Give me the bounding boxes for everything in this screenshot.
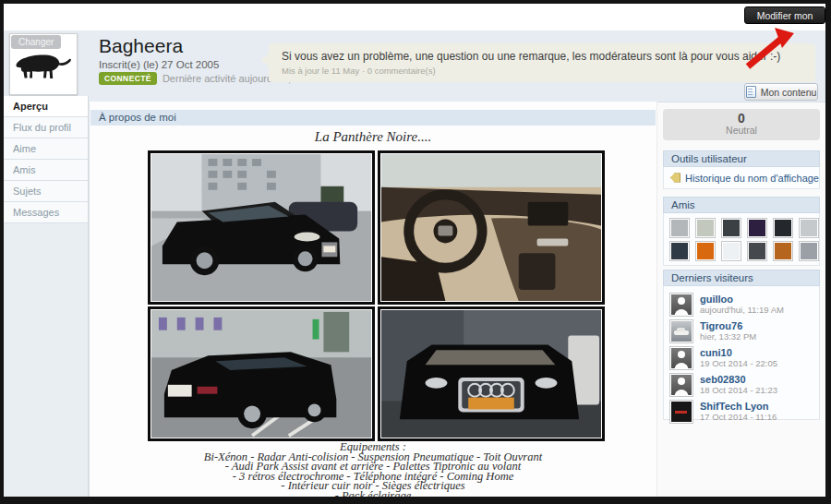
visitor-name-link[interactable]: Tigrou76: [700, 320, 756, 331]
equipment-list: Equipements : Bi-Xénon - Radar Anti-coli…: [89, 442, 657, 501]
sidebar-nav-label: Amis: [13, 164, 35, 175]
my-content-label: Mon contenu: [761, 87, 817, 98]
friend-avatar-image: [775, 243, 791, 259]
friend-avatar[interactable]: [721, 218, 741, 238]
visitor-visit-date: 18 Oct 2014 - 21:23: [700, 385, 777, 395]
friend-avatar[interactable]: [799, 241, 819, 261]
reputation-label: Neutral: [663, 125, 820, 136]
screenshot-border-right: [825, 0, 831, 504]
visitor-avatar[interactable]: [669, 346, 693, 370]
screenshot-border-bottom: [0, 497, 831, 504]
visitor-avatar[interactable]: [669, 373, 693, 397]
friend-avatar[interactable]: [747, 241, 767, 261]
visitor-avatar[interactable]: [669, 319, 693, 343]
audi-front-grille-image: [381, 310, 601, 438]
friend-avatar-image: [775, 220, 791, 236]
audi-front-quarter-image: [151, 154, 371, 301]
recent-visitors-body: guilloo aujourd'hui, 11:19 AM Tigrou76 h…: [663, 286, 820, 420]
online-status-badge: CONNECTÉ: [99, 72, 157, 85]
visitor-visit-date: aujourd'hui, 11:19 AM: [700, 305, 784, 315]
visitor-avatar[interactable]: [669, 400, 693, 424]
friend-avatar-image: [723, 243, 740, 259]
friends-header: Amis: [663, 197, 820, 213]
display-name-history-link[interactable]: Historique du nom d'affichage: [685, 173, 819, 184]
visitor-visit-date: 19 Oct 2014 - 22:05: [700, 358, 777, 368]
tool-link-row[interactable]: Historique du nom d'affichage: [664, 173, 819, 184]
user-tools-body: Historique du nom d'affichage: [663, 167, 820, 189]
friends-body: [663, 213, 820, 266]
visitor-info: guilloo aujourd'hui, 11:19 AM: [700, 294, 784, 315]
notice-message: Si vous avez un problème, une question o…: [282, 50, 804, 63]
recent-visitors-header: Derniers visiteurs: [663, 270, 820, 286]
audi-interior-dashboard-photo[interactable]: [378, 150, 605, 305]
reputation-box: 0 Neutral: [663, 109, 820, 140]
name-history-icon: [670, 173, 680, 183]
sidebar-nav-item[interactable]: Sujets: [4, 181, 89, 202]
sidebar-nav-label: Messages: [13, 207, 59, 218]
username-heading: Bagheera: [99, 35, 183, 57]
visitor-name-link[interactable]: ShifTech Lyon: [700, 401, 777, 412]
forum-profile-page: Modifier mon profil Changer Bagheera Ins…: [0, 0, 831, 504]
intro-text: La Panthère Noire....: [89, 129, 657, 145]
friend-avatar[interactable]: [799, 218, 819, 238]
friend-avatar[interactable]: [669, 241, 690, 261]
friend-avatar-image: [723, 220, 740, 236]
document-icon: [746, 86, 756, 98]
visitor-row: guilloo aujourd'hui, 11:19 AM: [669, 291, 813, 318]
visitor-row: Tigrou76 hier, 13:32 PM: [669, 318, 813, 344]
visitor-name-link[interactable]: guilloo: [700, 294, 784, 305]
sidebar-nav-item[interactable]: Amis: [4, 160, 89, 181]
screenshot-border-top: [0, 0, 831, 4]
sidebar-nav-item[interactable]: Aperçu: [4, 96, 89, 117]
visitor-avatar[interactable]: [669, 293, 693, 317]
friend-avatar[interactable]: [773, 241, 793, 261]
panther-icon: [13, 46, 74, 83]
car-photo-grid: [148, 150, 605, 441]
sidebar-nav-item[interactable]: Messages: [4, 202, 89, 223]
friend-avatar[interactable]: [695, 241, 716, 261]
sidebar-nav-item[interactable]: Flux du profil: [4, 117, 89, 138]
visitor-name-link[interactable]: seb02830: [700, 374, 777, 385]
friend-avatar[interactable]: [721, 241, 741, 261]
audi-front-quarter-photo[interactable]: [148, 150, 375, 305]
friend-avatar[interactable]: [669, 218, 690, 238]
visitor-name-link[interactable]: cuni10: [700, 347, 777, 358]
equipment-lines: Bi-Xénon - Radar Anti-colision - Suspens…: [89, 452, 657, 501]
friend-avatar-image: [801, 243, 817, 259]
sidebar-nav-item[interactable]: Aime: [4, 138, 89, 160]
friends-grid: [664, 213, 819, 261]
sidebar-nav-label: Aperçu: [13, 101, 48, 112]
user-tools-header: Outils utilisateur: [663, 150, 820, 167]
change-avatar-overlay[interactable]: Changer: [11, 35, 61, 49]
visitor-info: seb02830 18 Oct 2014 - 21:23: [700, 374, 777, 395]
visitor-info: ShifTech Lyon 17 Oct 2014 - 11:16: [700, 401, 777, 422]
visitor-row: ShifTech Lyon 17 Oct 2014 - 11:16: [669, 398, 813, 425]
join-date-text: Inscrit(e) (le) 27 Oct 2005: [99, 59, 219, 70]
screenshot-border-left: [0, 0, 4, 504]
visitor-visit-date: 17 Oct 2014 - 11:16: [700, 412, 777, 422]
top-strip: [4, 4, 825, 31]
visitor-row: cuni10 19 Oct 2014 - 22:05: [669, 344, 813, 371]
friend-avatar[interactable]: [747, 218, 767, 238]
edit-profile-button[interactable]: Modifier mon profil: [744, 6, 825, 24]
about-me-header: À propos de moi: [90, 110, 656, 126]
sidebar-nav-label: Sujets: [13, 186, 42, 197]
my-content-button[interactable]: Mon contenu: [744, 83, 818, 101]
friend-avatar[interactable]: [773, 218, 793, 238]
friend-avatar-image: [697, 243, 714, 259]
friend-avatar-image: [671, 243, 688, 259]
notice-meta: Mis à jour le 11 May · 0 commentaire(s): [282, 66, 804, 76]
friend-avatar-image: [749, 220, 765, 236]
audi-rear-quarter-photo[interactable]: [148, 306, 375, 441]
visitor-visit-date: hier, 13:32 PM: [700, 331, 756, 342]
friend-avatar[interactable]: [695, 218, 716, 238]
audi-rear-quarter-image: [151, 310, 371, 438]
visitor-row: seb02830 18 Oct 2014 - 21:23: [669, 371, 813, 398]
friend-avatar-image: [671, 220, 688, 236]
sidebar-nav-label: Aime: [13, 143, 36, 154]
audi-front-grille-photo[interactable]: [378, 306, 605, 441]
moderator-notice: Si vous avez un problème, une question o…: [269, 43, 815, 82]
audi-interior-image: [381, 154, 601, 301]
visitor-info: Tigrou76 hier, 13:32 PM: [700, 320, 756, 342]
friend-avatar-image: [801, 220, 817, 236]
